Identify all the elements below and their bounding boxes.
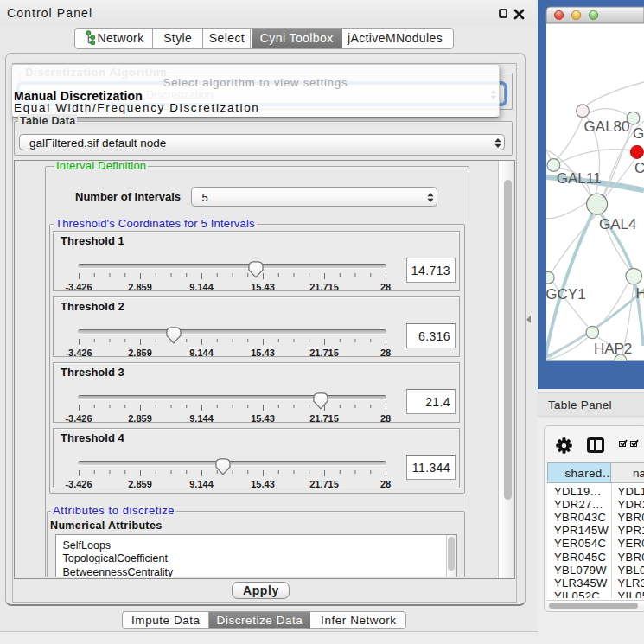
svg-text:GAL4: GAL4 [599, 216, 636, 233]
svg-text:HAP2: HAP2 [594, 341, 632, 357]
svg-text:H: H [636, 285, 644, 302]
svg-text:GCY1: GCY1 [545, 286, 585, 303]
svg-text:C: C [634, 160, 644, 176]
svg-text:GA: GA [633, 125, 644, 142]
svg-text:GAL11: GAL11 [557, 170, 602, 187]
svg-text:GAL80: GAL80 [584, 118, 630, 135]
